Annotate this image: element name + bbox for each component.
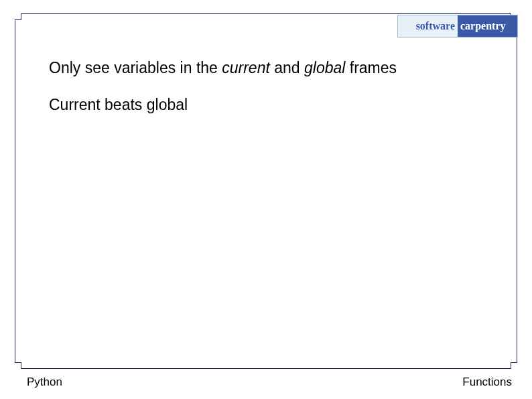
- italic-global: global: [304, 59, 345, 76]
- text-fragment: frames: [345, 59, 397, 76]
- logo-word-carpentry: carpentry: [460, 20, 506, 32]
- italic-current: current: [222, 59, 270, 76]
- body-line-2: Current beats global: [49, 95, 483, 115]
- corner-notch: [511, 362, 517, 369]
- corner-notch: [15, 362, 21, 369]
- logo-left-half: software: [398, 15, 458, 37]
- corner-notch: [15, 13, 21, 20]
- software-carpentry-logo: software carpentry: [397, 15, 518, 38]
- logo-word-software: software: [416, 20, 455, 32]
- text-fragment: Only see variables in the: [49, 59, 222, 76]
- text-fragment: and: [270, 59, 304, 76]
- footer-left-label: Python: [27, 376, 62, 389]
- footer-right-label: Functions: [462, 376, 512, 389]
- logo-right-half: carpentry: [458, 15, 517, 37]
- slide-frame: software carpentry Only see variables in…: [15, 13, 517, 369]
- body-line-1: Only see variables in the current and gl…: [49, 58, 483, 78]
